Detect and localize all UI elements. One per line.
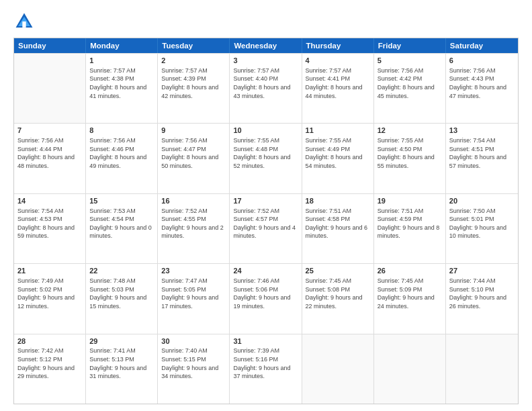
cell-details: Sunrise: 7:54 AM Sunset: 4:51 PM Dayligh… [449, 136, 515, 170]
calendar-cell: 29Sunrise: 7:41 AM Sunset: 5:13 PM Dayli… [86, 334, 158, 404]
cell-details: Sunrise: 7:39 AM Sunset: 5:16 PM Dayligh… [233, 347, 298, 380]
weekday-header-sunday: Sunday [14, 38, 86, 53]
calendar-cell: 3Sunrise: 7:57 AM Sunset: 4:40 PM Daylig… [230, 54, 302, 123]
calendar-cell: 30Sunrise: 7:40 AM Sunset: 5:15 PM Dayli… [158, 334, 230, 404]
day-number: 12 [378, 126, 442, 136]
day-number: 21 [17, 266, 82, 276]
day-number: 14 [17, 196, 82, 206]
day-number: 23 [161, 266, 226, 276]
logo [13, 11, 38, 32]
day-number: 3 [233, 56, 298, 66]
cell-details: Sunrise: 7:55 AM Sunset: 4:50 PM Dayligh… [378, 136, 442, 170]
weekday-header-thursday: Thursday [302, 38, 374, 53]
calendar-cell: 8Sunrise: 7:56 AM Sunset: 4:46 PM Daylig… [86, 124, 158, 193]
cell-details: Sunrise: 7:40 AM Sunset: 5:15 PM Dayligh… [161, 347, 226, 380]
day-number: 25 [306, 266, 370, 276]
cell-details: Sunrise: 7:41 AM Sunset: 5:13 PM Dayligh… [89, 347, 154, 380]
cell-details: Sunrise: 7:45 AM Sunset: 5:08 PM Dayligh… [306, 277, 370, 310]
calendar-row-2: 14Sunrise: 7:54 AM Sunset: 4:53 PM Dayli… [14, 193, 518, 263]
calendar-cell: 12Sunrise: 7:55 AM Sunset: 4:50 PM Dayli… [374, 124, 446, 193]
calendar-cell: 9Sunrise: 7:56 AM Sunset: 4:47 PM Daylig… [158, 124, 230, 193]
weekday-header-monday: Monday [86, 38, 158, 53]
day-number: 11 [306, 126, 370, 136]
logo-icon [13, 11, 35, 32]
calendar-cell: 10Sunrise: 7:55 AM Sunset: 4:48 PM Dayli… [230, 124, 302, 193]
day-number: 13 [449, 126, 515, 136]
day-number: 19 [378, 196, 442, 206]
calendar-cell: 24Sunrise: 7:46 AM Sunset: 5:06 PM Dayli… [230, 264, 302, 333]
day-number: 28 [17, 336, 82, 347]
calendar-body: 1Sunrise: 7:57 AM Sunset: 4:38 PM Daylig… [14, 53, 518, 404]
day-number: 9 [161, 126, 226, 136]
cell-details: Sunrise: 7:49 AM Sunset: 5:02 PM Dayligh… [17, 277, 82, 310]
page: SundayMondayTuesdayWednesdayThursdayFrid… [0, 0, 532, 411]
cell-details: Sunrise: 7:44 AM Sunset: 5:10 PM Dayligh… [449, 277, 515, 310]
calendar-cell: 7Sunrise: 7:56 AM Sunset: 4:44 PM Daylig… [14, 124, 86, 193]
calendar-row-4: 28Sunrise: 7:42 AM Sunset: 5:12 PM Dayli… [14, 334, 518, 404]
day-number: 4 [306, 56, 370, 66]
calendar-header: SundayMondayTuesdayWednesdayThursdayFrid… [14, 38, 518, 53]
cell-details: Sunrise: 7:56 AM Sunset: 4:44 PM Dayligh… [17, 136, 82, 170]
calendar-row-0: 1Sunrise: 7:57 AM Sunset: 4:38 PM Daylig… [14, 53, 518, 123]
weekday-header-saturday: Saturday [446, 38, 518, 53]
cell-details: Sunrise: 7:55 AM Sunset: 4:48 PM Dayligh… [233, 136, 298, 170]
cell-details: Sunrise: 7:56 AM Sunset: 4:46 PM Dayligh… [89, 136, 154, 170]
calendar-cell: 20Sunrise: 7:50 AM Sunset: 5:01 PM Dayli… [446, 194, 518, 263]
day-number: 29 [89, 336, 154, 347]
calendar-cell: 2Sunrise: 7:57 AM Sunset: 4:39 PM Daylig… [158, 54, 230, 123]
cell-details: Sunrise: 7:57 AM Sunset: 4:41 PM Dayligh… [306, 66, 370, 100]
calendar: SundayMondayTuesdayWednesdayThursdayFrid… [13, 38, 519, 404]
day-number: 10 [233, 126, 298, 136]
calendar-cell: 28Sunrise: 7:42 AM Sunset: 5:12 PM Dayli… [14, 334, 86, 404]
day-number: 17 [233, 196, 298, 206]
day-number: 26 [378, 266, 442, 276]
cell-details: Sunrise: 7:47 AM Sunset: 5:05 PM Dayligh… [161, 277, 226, 310]
cell-details: Sunrise: 7:52 AM Sunset: 4:55 PM Dayligh… [161, 207, 226, 240]
calendar-cell: 4Sunrise: 7:57 AM Sunset: 4:41 PM Daylig… [302, 54, 374, 123]
calendar-cell: 23Sunrise: 7:47 AM Sunset: 5:05 PM Dayli… [158, 264, 230, 333]
calendar-cell [302, 334, 374, 404]
calendar-cell: 31Sunrise: 7:39 AM Sunset: 5:16 PM Dayli… [230, 334, 302, 404]
calendar-cell [446, 334, 518, 404]
cell-details: Sunrise: 7:50 AM Sunset: 5:01 PM Dayligh… [449, 207, 515, 240]
weekday-header-friday: Friday [374, 38, 446, 53]
day-number: 16 [161, 196, 226, 206]
cell-details: Sunrise: 7:57 AM Sunset: 4:38 PM Dayligh… [89, 66, 154, 100]
calendar-cell: 25Sunrise: 7:45 AM Sunset: 5:08 PM Dayli… [302, 264, 374, 333]
header [13, 11, 519, 32]
calendar-cell [14, 54, 86, 123]
calendar-cell: 15Sunrise: 7:53 AM Sunset: 4:54 PM Dayli… [86, 194, 158, 263]
cell-details: Sunrise: 7:51 AM Sunset: 4:59 PM Dayligh… [378, 207, 442, 240]
calendar-cell [374, 334, 446, 404]
cell-details: Sunrise: 7:56 AM Sunset: 4:47 PM Dayligh… [161, 136, 226, 170]
calendar-cell: 5Sunrise: 7:56 AM Sunset: 4:42 PM Daylig… [374, 54, 446, 123]
day-number: 24 [233, 266, 298, 276]
cell-details: Sunrise: 7:57 AM Sunset: 4:40 PM Dayligh… [233, 66, 298, 100]
day-number: 8 [89, 126, 154, 136]
calendar-cell: 19Sunrise: 7:51 AM Sunset: 4:59 PM Dayli… [374, 194, 446, 263]
calendar-cell: 27Sunrise: 7:44 AM Sunset: 5:10 PM Dayli… [446, 264, 518, 333]
day-number: 7 [17, 126, 82, 136]
day-number: 15 [89, 196, 154, 206]
cell-details: Sunrise: 7:57 AM Sunset: 4:39 PM Dayligh… [161, 66, 226, 100]
day-number: 5 [378, 56, 442, 66]
cell-details: Sunrise: 7:52 AM Sunset: 4:57 PM Dayligh… [233, 207, 298, 240]
cell-details: Sunrise: 7:45 AM Sunset: 5:09 PM Dayligh… [378, 277, 442, 310]
weekday-header-wednesday: Wednesday [230, 38, 302, 53]
calendar-cell: 18Sunrise: 7:51 AM Sunset: 4:58 PM Dayli… [302, 194, 374, 263]
calendar-cell: 22Sunrise: 7:48 AM Sunset: 5:03 PM Dayli… [86, 264, 158, 333]
cell-details: Sunrise: 7:56 AM Sunset: 4:42 PM Dayligh… [378, 66, 442, 100]
cell-details: Sunrise: 7:51 AM Sunset: 4:58 PM Dayligh… [306, 207, 370, 240]
day-number: 2 [161, 56, 226, 66]
day-number: 27 [449, 266, 515, 276]
cell-details: Sunrise: 7:42 AM Sunset: 5:12 PM Dayligh… [17, 347, 82, 380]
calendar-cell: 17Sunrise: 7:52 AM Sunset: 4:57 PM Dayli… [230, 194, 302, 263]
calendar-cell: 14Sunrise: 7:54 AM Sunset: 4:53 PM Dayli… [14, 194, 86, 263]
day-number: 22 [89, 266, 154, 276]
calendar-cell: 13Sunrise: 7:54 AM Sunset: 4:51 PM Dayli… [446, 124, 518, 193]
calendar-cell: 11Sunrise: 7:55 AM Sunset: 4:49 PM Dayli… [302, 124, 374, 193]
day-number: 1 [89, 56, 154, 66]
day-number: 6 [449, 56, 515, 66]
cell-details: Sunrise: 7:53 AM Sunset: 4:54 PM Dayligh… [89, 207, 154, 240]
calendar-row-1: 7Sunrise: 7:56 AM Sunset: 4:44 PM Daylig… [14, 123, 518, 193]
